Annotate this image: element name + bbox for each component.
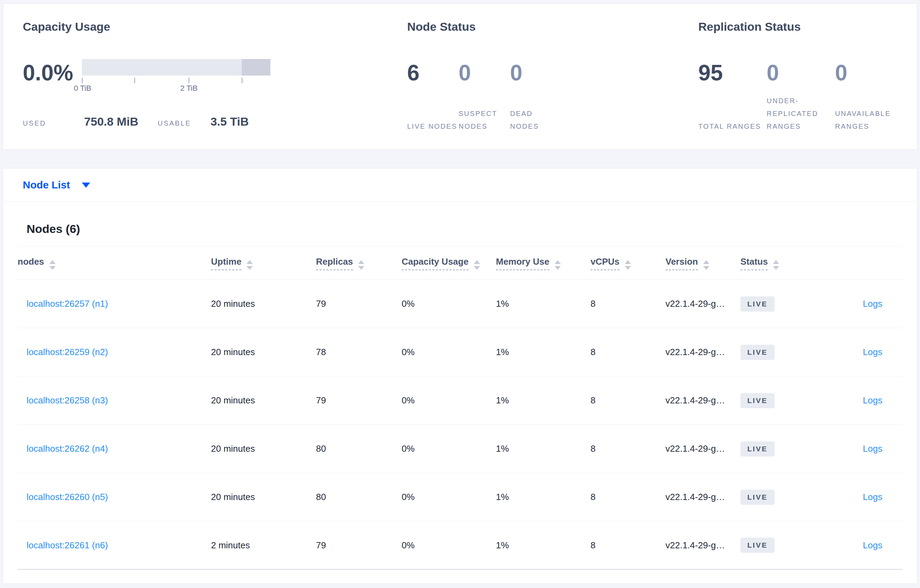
version-cell: v22.1.4-29-g… (666, 540, 740, 551)
node-link[interactable]: localhost:26257 (n1) (27, 299, 108, 309)
node-list-dropdown-label: Node List (23, 179, 70, 191)
logs-link[interactable]: Logs (863, 540, 882, 550)
chevron-down-icon (82, 183, 90, 188)
uptime-cell: 20 minutes (211, 299, 316, 309)
uptime-cell: 20 minutes (211, 492, 316, 502)
column-header[interactable]: Memory Use (496, 256, 591, 270)
table-row: localhost:26262 (n4) 20 minutes 80 0% 1%… (18, 425, 902, 473)
node-link[interactable]: localhost:26260 (n5) (27, 492, 108, 502)
node-status-section: Node Status 6 LIVE NODES 0 SUSPECT NODES… (407, 19, 684, 136)
stat-value: 0 (458, 59, 510, 87)
node-link[interactable]: localhost:26258 (n3) (27, 395, 108, 405)
capacity-gauge-bar (82, 59, 270, 76)
sort-icon (49, 260, 56, 270)
logs-link[interactable]: Logs (863, 443, 882, 454)
stat-value: 6 (407, 59, 458, 87)
nodes-table: nodes Uptime Replicas Capacity Usage Mem… (18, 246, 902, 570)
column-header[interactable]: nodes (18, 256, 211, 270)
uptime-cell: 20 minutes (211, 395, 316, 406)
capacity-usage-title: Capacity Usage (23, 19, 389, 34)
logs-link[interactable]: Logs (863, 395, 882, 405)
replicas-cell: 79 (316, 540, 402, 551)
logs-link[interactable]: Logs (863, 492, 882, 502)
node-status-title: Node Status (407, 19, 684, 34)
capacity-gauge: 0 TiB 2 TiB (82, 59, 270, 95)
capacity-usage-section: Capacity Usage 0.0% 0 TiB 2 TiB USED 750… (23, 19, 389, 136)
usable-label: USABLE (157, 120, 191, 127)
capacity-cell: 0% (402, 443, 496, 454)
column-header-label: Uptime (211, 256, 241, 270)
stat-label: UNAVAILABLE RANGES (835, 107, 903, 133)
version-cell: v22.1.4-29-g… (666, 443, 740, 454)
vcpus-cell: 8 (591, 492, 666, 502)
tick-label-0: 0 TiB (74, 84, 91, 93)
logs-link[interactable]: Logs (863, 347, 882, 357)
table-body: localhost:26257 (n1) 20 minutes 79 0% 1%… (18, 280, 902, 570)
stat-value: 0 (767, 59, 835, 87)
nodes-title: Nodes (6) (3, 202, 917, 236)
memory-cell: 1% (496, 347, 591, 357)
column-header-label: Replicas (316, 256, 353, 270)
column-header-label: Version (666, 256, 698, 270)
memory-cell: 1% (496, 540, 591, 551)
version-cell: v22.1.4-29-g… (666, 395, 740, 406)
uptime-cell: 20 minutes (211, 443, 316, 454)
used-label: USED (23, 120, 46, 127)
replicas-cell: 79 (316, 395, 402, 406)
column-header[interactable]: Capacity Usage (402, 256, 496, 270)
column-header-label: Memory Use (496, 256, 549, 270)
column-header-label: Capacity Usage (402, 256, 469, 270)
node-link[interactable]: localhost:26262 (n4) (27, 443, 108, 454)
column-header[interactable]: Replicas (316, 256, 402, 270)
column-header[interactable]: vCPUs (591, 256, 666, 270)
memory-cell: 1% (496, 395, 591, 406)
replication-status-section: Replication Status 95 TOTAL RANGES 0 UND… (698, 19, 912, 136)
logs-link[interactable]: Logs (863, 299, 882, 309)
replicas-cell: 80 (316, 443, 402, 454)
stat-label: DEAD NODES (510, 107, 562, 133)
node-link[interactable]: localhost:26261 (n6) (27, 540, 108, 550)
stat-label: SUSPECT NODES (458, 107, 510, 133)
table-row: localhost:26257 (n1) 20 minutes 79 0% 1%… (18, 280, 902, 328)
used-value: 750.8 MiB (84, 115, 138, 128)
stat-label: TOTAL RANGES (698, 120, 766, 133)
capacity-cell: 0% (402, 347, 496, 357)
sort-icon (474, 260, 480, 270)
table-row: localhost:26258 (n3) 20 minutes 79 0% 1%… (18, 376, 902, 425)
stat-column: 0 UNAVAILABLE RANGES (835, 59, 904, 133)
capacity-cell: 0% (402, 299, 496, 309)
sort-icon (358, 260, 364, 270)
view-selector-bar: Node List (3, 168, 917, 202)
replicas-cell: 80 (316, 492, 402, 502)
node-status-stats: 6 LIVE NODES 0 SUSPECT NODES 0 DEAD NODE… (407, 59, 684, 133)
overview-card: Capacity Usage 0.0% 0 TiB 2 TiB USED 750… (3, 3, 917, 150)
node-link[interactable]: localhost:26259 (n2) (27, 347, 108, 357)
stat-column: 6 LIVE NODES (407, 59, 458, 133)
stat-value: 0 (835, 59, 904, 87)
stat-label: UNDER-REPLICATED RANGES (767, 95, 834, 133)
status-badge: LIVE (740, 538, 774, 553)
column-header-label: vCPUs (591, 256, 620, 270)
uptime-cell: 20 minutes (211, 347, 316, 357)
memory-cell: 1% (496, 492, 591, 502)
capacity-gauge-ticks (82, 76, 270, 84)
version-cell: v22.1.4-29-g… (666, 299, 740, 309)
stat-label: LIVE NODES (407, 120, 459, 133)
sort-icon (773, 260, 779, 270)
column-header[interactable]: Uptime (211, 256, 316, 270)
version-cell: v22.1.4-29-g… (666, 492, 740, 502)
stat-column: 95 TOTAL RANGES (698, 59, 767, 133)
capacity-percent: 0.0% (23, 59, 82, 87)
node-list-dropdown[interactable]: Node List (23, 179, 90, 191)
status-badge: LIVE (740, 296, 774, 312)
column-header[interactable]: Status (740, 256, 815, 270)
replicas-cell: 79 (316, 299, 402, 309)
capacity-gauge-bar-tail (242, 59, 270, 76)
stat-column: 0 UNDER-REPLICATED RANGES (767, 59, 835, 133)
status-badge: LIVE (740, 393, 774, 408)
memory-cell: 1% (496, 443, 591, 454)
memory-cell: 1% (496, 299, 591, 309)
column-header-label: nodes (18, 256, 44, 267)
column-header[interactable]: Version (666, 256, 740, 270)
table-row: localhost:26261 (n6) 2 minutes 79 0% 1% … (18, 522, 902, 570)
